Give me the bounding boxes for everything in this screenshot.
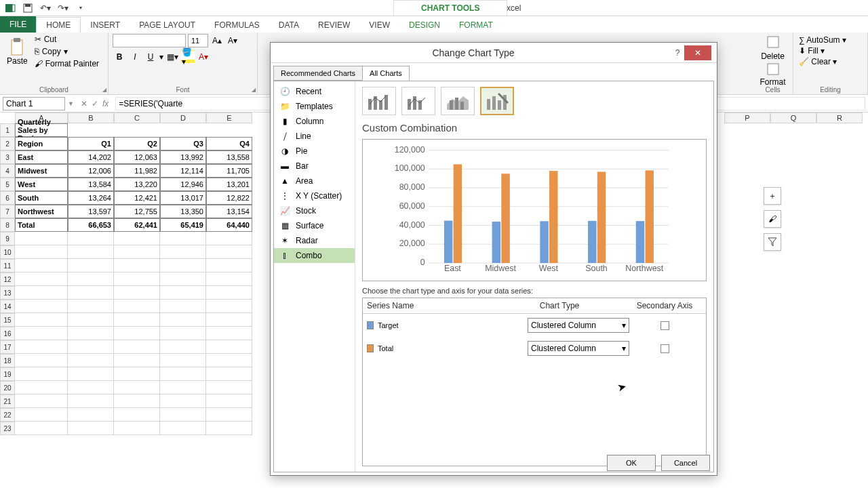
enter-formula-icon[interactable]: ✓	[92, 99, 98, 108]
cell[interactable]	[160, 340, 206, 354]
row-header[interactable]: 9	[0, 232, 15, 245]
cell[interactable]	[68, 272, 114, 286]
cell[interactable]	[114, 381, 160, 394]
category-radar[interactable]: ✶Radar	[274, 233, 355, 248]
cell[interactable]: 12,755	[114, 205, 160, 218]
cell[interactable]	[206, 286, 252, 300]
cell[interactable]	[68, 300, 114, 313]
category-stock[interactable]: 📈Stock	[274, 203, 355, 218]
cell[interactable]	[15, 422, 68, 435]
cell[interactable]: West	[15, 178, 68, 191]
cell[interactable]: 13,017	[160, 191, 206, 205]
cell[interactable]: Region	[15, 137, 68, 150]
cell[interactable]	[68, 259, 114, 272]
qat-customize-icon[interactable]: ▾	[75, 2, 87, 14]
cell[interactable]	[160, 245, 206, 259]
cell[interactable]	[114, 313, 160, 327]
cell[interactable]	[160, 422, 206, 435]
category-bar[interactable]: ▬Bar	[274, 159, 355, 174]
row-header[interactable]: 1	[0, 123, 15, 137]
autosum-button[interactable]: ∑ AutoSum ▾	[799, 35, 862, 45]
category-line[interactable]: ⧸Line	[274, 129, 355, 144]
row-header[interactable]: 23	[0, 422, 15, 435]
cell[interactable]: East	[15, 150, 68, 164]
cell[interactable]: 12,063	[114, 150, 160, 164]
combo-subtype-2[interactable]	[401, 87, 435, 115]
cell[interactable]	[206, 408, 252, 422]
cell[interactable]: Q4	[206, 137, 252, 150]
category-templates[interactable]: 📁Templates	[274, 99, 355, 114]
cut-button[interactable]: ✂Cut	[33, 34, 100, 45]
column-header[interactable]: P	[724, 113, 770, 123]
category-combo[interactable]: ⫿Combo	[274, 248, 355, 263]
name-box-dropdown-icon[interactable]: ▼	[68, 100, 74, 107]
row-header[interactable]: 12	[0, 272, 15, 286]
cell[interactable]	[68, 422, 114, 435]
cell[interactable]	[114, 286, 160, 300]
secondary-axis-checkbox-total[interactable]	[660, 344, 669, 353]
cell[interactable]	[68, 327, 114, 340]
cell[interactable]	[206, 394, 252, 408]
cell[interactable]	[68, 232, 114, 245]
cell[interactable]	[160, 381, 206, 394]
cell[interactable]	[160, 408, 206, 422]
cell[interactable]	[68, 313, 114, 327]
file-tab[interactable]: FILE	[0, 16, 36, 33]
cell[interactable]	[160, 313, 206, 327]
cell[interactable]	[206, 340, 252, 354]
cell[interactable]	[206, 300, 252, 313]
fill-button[interactable]: ⬇ Fill ▾	[799, 46, 862, 56]
cell[interactable]: 12,006	[68, 164, 114, 178]
cell[interactable]: 12,114	[160, 164, 206, 178]
format-cells-icon[interactable]	[766, 62, 780, 76]
underline-button[interactable]: U	[144, 50, 157, 64]
cell[interactable]	[114, 327, 160, 340]
category-recent[interactable]: 🕘Recent	[274, 84, 355, 99]
all-charts-tab[interactable]: All Charts	[362, 66, 410, 81]
cell[interactable]	[160, 232, 206, 245]
cell[interactable]	[206, 327, 252, 340]
cell[interactable]	[160, 327, 206, 340]
cell[interactable]: 65,419	[160, 218, 206, 232]
cell[interactable]: 11,705	[206, 164, 252, 178]
shrink-font-icon[interactable]: A▾	[226, 34, 239, 47]
cell[interactable]	[160, 300, 206, 313]
format-tab[interactable]: FORMAT	[450, 18, 502, 33]
home-tab[interactable]: HOME	[36, 17, 81, 33]
cell[interactable]: Northwest	[15, 205, 68, 218]
cell[interactable]	[68, 381, 114, 394]
grow-font-icon[interactable]: A▴	[210, 34, 224, 47]
cell[interactable]: 12,421	[114, 191, 160, 205]
cell[interactable]	[68, 340, 114, 354]
column-header[interactable]: Q	[770, 113, 816, 123]
cell[interactable]	[206, 232, 252, 245]
cell[interactable]	[206, 272, 252, 286]
chart-styles-button[interactable]: 🖌	[764, 210, 781, 228]
row-header[interactable]: 19	[0, 367, 15, 381]
chart-type-select-total[interactable]: Clustered Column▾	[528, 341, 629, 356]
design-tab[interactable]: DESIGN	[399, 18, 450, 33]
cancel-button[interactable]: Cancel	[661, 455, 710, 471]
bold-button[interactable]: B	[113, 50, 126, 64]
ok-button[interactable]: OK	[607, 455, 656, 471]
cell[interactable]	[15, 232, 68, 245]
font-color-button[interactable]: A▾	[197, 50, 210, 64]
border-button[interactable]: ▦▾	[165, 50, 179, 64]
fx-icon[interactable]: fx	[102, 99, 108, 108]
cell[interactable]: Q3	[160, 137, 206, 150]
cell[interactable]: 13,201	[206, 178, 252, 191]
fill-color-button[interactable]: 🪣▾	[181, 50, 195, 64]
cell[interactable]	[114, 300, 160, 313]
cell[interactable]	[206, 259, 252, 272]
save-icon[interactable]	[22, 2, 34, 14]
category-pie[interactable]: ◑Pie	[274, 144, 355, 159]
cell[interactable]: 13,220	[114, 178, 160, 191]
chart-elements-button[interactable]: ＋	[764, 187, 781, 205]
cell[interactable]: 12,946	[160, 178, 206, 191]
cell[interactable]: Total	[15, 218, 68, 232]
row-header[interactable]: 7	[0, 205, 15, 218]
cell[interactable]: 13,597	[68, 205, 114, 218]
formulas-tab[interactable]: FORMULAS	[205, 18, 269, 33]
format-painter-button[interactable]: 🖌Format Painter	[33, 58, 100, 69]
cell[interactable]: 11,982	[114, 164, 160, 178]
